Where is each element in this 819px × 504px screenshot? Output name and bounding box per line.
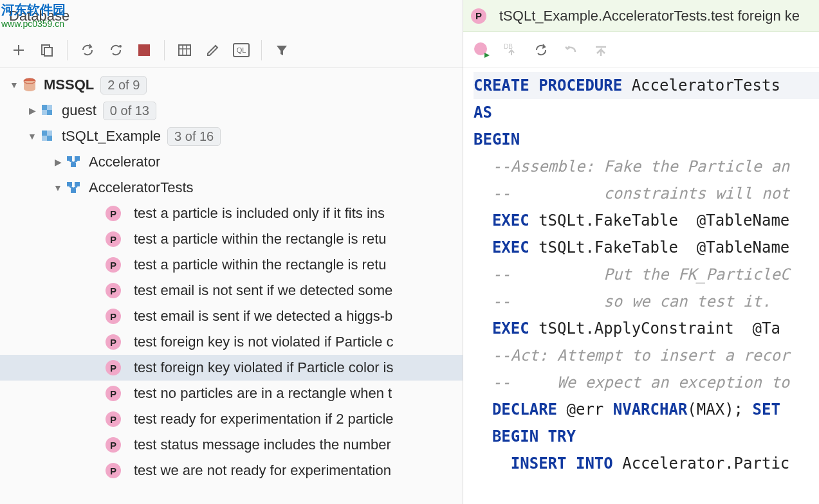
svg-point-4 (119, 45, 122, 48)
table-button[interactable] (172, 38, 197, 62)
plus-icon (12, 43, 26, 57)
svg-rect-17 (47, 110, 52, 115)
procedure-icon: P (106, 463, 121, 478)
chevron-down-icon: ▼ (50, 183, 66, 193)
panel-title: Database (0, 0, 463, 32)
svg-rect-23 (75, 156, 80, 161)
tree-label: guest (62, 102, 97, 119)
svg-rect-18 (42, 130, 47, 136)
funnel-icon (275, 43, 289, 57)
commit-button[interactable] (588, 38, 612, 62)
revert-button[interactable] (558, 38, 583, 62)
svg-line-30 (69, 186, 73, 188)
separator (67, 40, 68, 60)
ql-icon: QL (233, 43, 250, 57)
copy-button[interactable] (35, 38, 59, 62)
tree-label: test email is not sent if we detected so… (134, 282, 392, 299)
console-button[interactable]: QL (229, 38, 253, 62)
svg-rect-22 (67, 156, 72, 161)
db-upload-button[interactable]: DB (499, 38, 524, 62)
tree-label: test we are not ready for experimentatio… (134, 462, 391, 479)
tree-proc[interactable]: •Ptest email is sent if we detected a hi… (0, 303, 463, 329)
tree-label: test status message includes the number (134, 437, 391, 453)
editor-tab[interactable]: P tSQLt_Example.AcceleratorTests.test fo… (463, 0, 819, 32)
tab-label: tSQLt_Example.AcceleratorTests.test fore… (499, 8, 800, 24)
tree-subnode[interactable]: ▼ AcceleratorTests (0, 175, 463, 201)
chevron-right-icon: ▶ (24, 105, 40, 116)
schema-group-icon (66, 154, 82, 170)
refresh-icon (534, 43, 548, 57)
procedure-icon: P (106, 283, 121, 298)
tree-subnode[interactable]: ▶ Accelerator (0, 149, 463, 175)
add-button[interactable] (6, 38, 31, 62)
procedure-icon: P (471, 8, 486, 24)
tree-proc[interactable]: •Ptest we are not ready for experimentat… (0, 458, 463, 483)
run-button[interactable] (470, 38, 494, 62)
procedure-icon: P (106, 206, 121, 221)
tree-proc[interactable]: •Ptest foreign key violated if Particle … (0, 355, 463, 381)
filter-button[interactable] (270, 38, 294, 62)
sync-button[interactable] (104, 38, 128, 62)
count-badge: 2 of 9 (100, 76, 147, 94)
svg-rect-16 (42, 110, 47, 115)
tree-proc[interactable]: •Ptest no particles are in a rectangle w… (0, 381, 463, 406)
svg-marker-33 (484, 53, 490, 58)
editor-toolbar: DB (463, 32, 819, 68)
database-icon (22, 77, 37, 93)
procedure-icon: P (106, 437, 121, 453)
chevron-right-icon: ▶ (50, 157, 66, 167)
app-root: Database (0, 0, 819, 504)
svg-text:QL: QL (237, 46, 246, 54)
db-toolbar: QL (0, 32, 463, 68)
separator (164, 40, 165, 60)
procedure-icon: P (106, 231, 121, 247)
tree-schema[interactable]: ▼ tSQLt_Example 3 of 16 (0, 123, 463, 149)
tree-proc[interactable]: •Ptest a particle is included only if it… (0, 201, 463, 226)
svg-rect-15 (47, 105, 52, 110)
tree-label: test a particle within the rectangle is … (134, 231, 387, 248)
tree-proc[interactable]: •Ptest status message includes the numbe… (0, 432, 463, 458)
schema-icon (40, 129, 55, 144)
svg-rect-28 (75, 182, 80, 186)
panel-title-label: Database (9, 8, 69, 24)
svg-rect-20 (42, 136, 47, 141)
tree-label: test ready for experimentation if 2 part… (134, 411, 394, 428)
tree-proc[interactable]: •Ptest email is not sent if we detected … (0, 278, 463, 303)
count-badge: 3 of 16 (167, 127, 221, 146)
refresh-button[interactable] (75, 38, 100, 62)
svg-rect-6 (179, 45, 190, 55)
tree-proc[interactable]: •Ptest a particle within the rectangle i… (0, 252, 463, 278)
run-icon (474, 42, 490, 59)
tree-label: MSSQL (44, 76, 94, 93)
procedure-icon: P (106, 411, 121, 427)
svg-rect-21 (47, 136, 52, 141)
procedure-icon: P (106, 309, 121, 324)
tree-label: test a particle within the rectangle is … (134, 256, 387, 273)
schema-icon (40, 103, 55, 118)
tree-schema[interactable]: ▶ guest 0 of 13 (0, 98, 463, 123)
svg-rect-24 (71, 163, 76, 167)
push-icon (593, 43, 607, 57)
tree-label: test email is sent if we detected a higg… (134, 308, 392, 325)
chevron-down-icon: ▼ (6, 80, 22, 90)
tree-label: tSQLt_Example (62, 128, 161, 145)
db-upload-icon: DB (504, 42, 519, 58)
tree-proc[interactable]: •Ptest ready for experimentation if 2 pa… (0, 406, 463, 432)
proc-list: •Ptest a particle is included only if it… (0, 201, 463, 483)
svg-rect-19 (47, 130, 52, 136)
refresh-editor-button[interactable] (529, 38, 553, 62)
svg-text:DB: DB (504, 43, 513, 50)
sync-icon (109, 43, 123, 57)
stop-button[interactable] (132, 38, 156, 62)
tree-root[interactable]: ▼ MSSQL 2 of 9 (0, 72, 463, 98)
svg-line-26 (73, 161, 77, 163)
tree-proc[interactable]: •Ptest a particle within the rectangle i… (0, 226, 463, 252)
stop-icon (138, 44, 150, 56)
tree-proc[interactable]: •Ptest foreign key is not violated if Pa… (0, 329, 463, 355)
edit-button[interactable] (201, 38, 225, 62)
procedure-icon: P (106, 334, 121, 350)
pencil-icon (206, 43, 220, 57)
count-badge: 0 of 13 (103, 102, 156, 120)
svg-rect-5 (138, 44, 150, 56)
code-editor[interactable]: CREATE PROCEDURE AcceleratorTestsASBEGIN… (463, 68, 819, 504)
